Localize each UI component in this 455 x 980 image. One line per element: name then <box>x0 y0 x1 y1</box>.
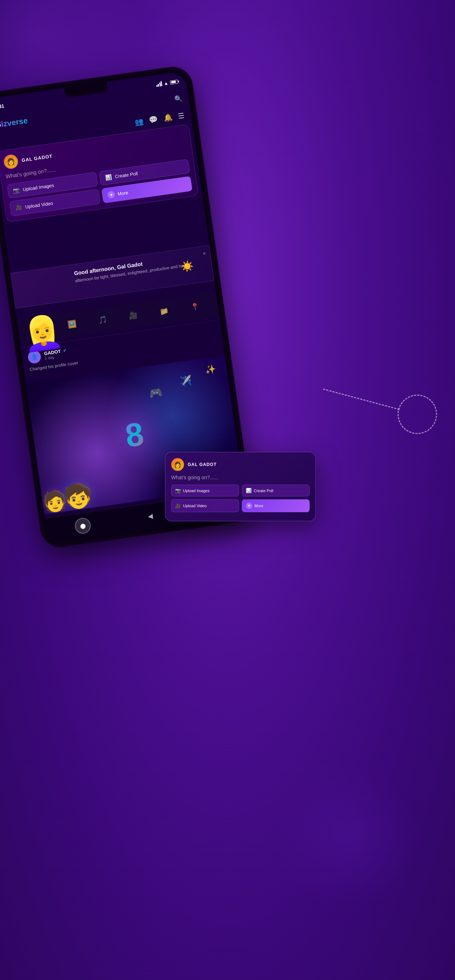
music-post-icon[interactable]: 🎵 <box>98 315 108 325</box>
popup-create-poll-button[interactable]: 📊 Create Poll <box>242 485 310 496</box>
popup-camera-icon: 📷 <box>175 488 181 493</box>
home-button[interactable]: ⬤ <box>74 517 92 535</box>
popup-upload-video-button[interactable]: 🎥 Upload Video <box>171 500 239 512</box>
location-post-icon[interactable]: 📍 <box>190 302 200 312</box>
camera-icon: 📷 <box>13 186 21 194</box>
logo-text: izverse <box>0 116 28 129</box>
group-icon[interactable]: 👥 <box>134 117 144 127</box>
app-logo: 8izverse <box>0 115 29 130</box>
bell-icon[interactable]: 🔔 <box>163 113 173 123</box>
popup-video-icon: 🎥 <box>175 503 181 509</box>
battery-icon <box>170 79 179 84</box>
nav-icons-row1: 🔍 <box>174 94 183 103</box>
popup-user-row: 👩 GAL GADOT <box>171 458 310 471</box>
user-avatar: 👩 <box>3 154 19 170</box>
sparkles-icon: ✨ <box>205 364 217 375</box>
popup-avatar: 👩 <box>171 458 184 471</box>
popup-poll-icon: 📊 <box>246 488 251 493</box>
logo-big-icon: 8 <box>123 415 146 455</box>
composer-actions: 📷 Upload Images 📊 Create Poll 🎥 Upload V… <box>7 159 193 216</box>
bg-glow-2 <box>275 765 419 908</box>
status-time: 9:41 <box>0 103 5 110</box>
home-dot-icon: ⬤ <box>80 522 86 529</box>
signal-icon <box>156 81 162 87</box>
menu-icon[interactable]: ☰ <box>178 111 185 120</box>
close-icon[interactable]: × <box>202 250 206 256</box>
scene-character-2: 🧒 <box>62 480 94 512</box>
status-icons: ▲ <box>156 78 180 87</box>
back-button[interactable]: ◀ <box>147 512 153 520</box>
avatar-emoji: 👩 <box>6 157 16 166</box>
wifi-icon: ▲ <box>163 80 169 86</box>
character-avatar: 👱‍♀️ <box>20 311 65 355</box>
chat-icon[interactable]: 💬 <box>148 115 158 124</box>
character-container: 👱‍♀️ <box>10 266 77 355</box>
poll-icon: 📊 <box>105 173 112 181</box>
video-post-icon[interactable]: 🎥 <box>129 311 138 320</box>
user-name: GAL GADOT <box>21 153 53 163</box>
plane-icon: ✈️ <box>179 374 193 388</box>
dashed-line-annotation <box>323 388 399 410</box>
more-plus-icon: + <box>107 191 116 199</box>
file-post-icon[interactable]: 📁 <box>159 306 169 316</box>
video-icon: 🎥 <box>15 204 22 211</box>
dashed-circle-annotation <box>398 395 437 434</box>
cube-icon: 🎮 <box>148 386 163 400</box>
search-icon[interactable]: 🔍 <box>174 94 183 103</box>
popup-actions-row2: 🎥 Upload Video + More <box>171 500 310 512</box>
greeting-emoji: ☀️ <box>180 259 194 273</box>
popup-placeholder[interactable]: What's going on?...... <box>171 474 310 480</box>
popup-more-button[interactable]: + More <box>242 500 310 512</box>
popup-more-plus-icon: + <box>246 503 252 509</box>
popup-card: 👩 GAL GADOT What's going on?...... 📷 Upl… <box>165 452 316 521</box>
popup-username: GAL GADOT <box>188 462 217 467</box>
popup-actions-row1: 📷 Upload Images 📊 Create Poll <box>171 485 310 496</box>
popup-upload-images-button[interactable]: 📷 Upload Images <box>171 485 239 496</box>
